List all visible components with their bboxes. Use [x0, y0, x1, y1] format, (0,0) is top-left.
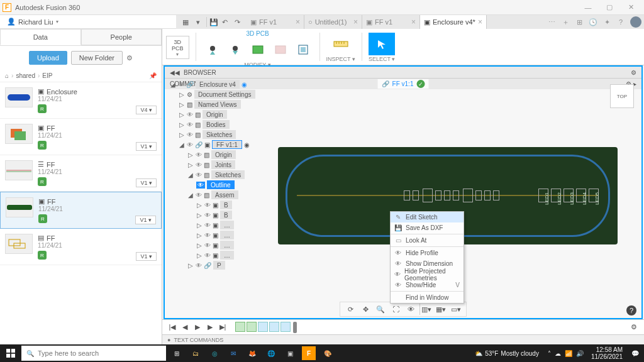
grid-icon[interactable]: ▦▾ — [435, 304, 447, 315]
volume-icon[interactable]: 🔊 — [576, 350, 584, 357]
explorer-icon[interactable]: 🗂 — [186, 344, 205, 362]
paint-icon[interactable]: 🎨 — [318, 344, 337, 362]
notifications-icon[interactable]: 🕓 — [586, 16, 600, 28]
mail-icon[interactable]: ✉ — [224, 344, 243, 362]
timeline-fwd-icon[interactable]: ▶ — [205, 322, 215, 332]
viewport-icon[interactable]: ▭▾ — [450, 304, 462, 315]
orbit-icon[interactable]: ⟳ — [344, 304, 357, 315]
version-dropdown[interactable]: V1 ▾ — [136, 178, 157, 187]
look-icon[interactable]: 👁 — [404, 304, 417, 315]
open-icon[interactable]: ▾ — [192, 17, 204, 27]
help-icon[interactable]: ? — [614, 16, 628, 28]
collapse-browser-icon[interactable]: ◀◀ — [170, 69, 180, 76]
task-view-icon[interactable]: ⊞ — [167, 344, 186, 362]
timeline-feature[interactable] — [235, 322, 245, 332]
tree-assem[interactable]: Assem — [211, 190, 238, 199]
select-tool[interactable] — [369, 33, 395, 55]
version-dropdown[interactable]: V1 ▾ — [135, 216, 156, 224]
tree-outline[interactable]: Outline — [207, 180, 235, 189]
new-tab-icon[interactable]: ＋ — [558, 16, 572, 28]
fusion-icon[interactable]: F — [302, 346, 316, 360]
save-icon[interactable]: 💾 — [206, 17, 218, 27]
tree-item[interactable]: … — [220, 241, 234, 250]
redo-icon[interactable]: ↷ — [231, 17, 243, 27]
tree-named-views[interactable]: Named Views — [194, 100, 241, 109]
push-from-2d-icon[interactable] — [225, 38, 245, 61]
firefox-icon[interactable]: 🦊 — [243, 344, 262, 362]
tree-item[interactable]: B — [220, 211, 232, 219]
tree-item[interactable]: … — [220, 251, 234, 260]
tray-up-icon[interactable]: ˄ — [548, 350, 551, 357]
search-input[interactable] — [38, 349, 161, 357]
edge-icon[interactable]: ◎ — [205, 344, 224, 362]
tree-ff-joints[interactable]: Joints — [211, 160, 235, 169]
breadcrumb-eip[interactable]: EIP — [42, 72, 52, 79]
project-item[interactable]: ▣FF 11/24/21 R V1 ▾ — [0, 119, 162, 155]
tree-ff[interactable]: FF v1:1 — [212, 140, 242, 149]
system-tray[interactable]: ˄ ☁ 📶 🔊 — [544, 350, 587, 357]
display-icon[interactable]: ▥▾ — [419, 304, 432, 315]
breadcrumb-shared[interactable]: shared — [16, 72, 35, 79]
ctx-save-dxf[interactable]: 💾Save As DXF — [391, 222, 464, 233]
ctx-look-at[interactable]: ▭Look At — [391, 235, 464, 246]
tree-bodies[interactable]: Bodies — [203, 120, 230, 129]
upload-button[interactable]: Upload — [29, 51, 67, 65]
tree-root[interactable]: Enclosure v4 — [196, 80, 240, 89]
timeline-settings-icon[interactable]: ⚙ — [629, 322, 639, 332]
browser-settings-icon[interactable]: ⚙ — [631, 69, 636, 76]
version-dropdown[interactable]: V1 ▾ — [136, 142, 157, 151]
timeline-end-icon[interactable]: ▶| — [218, 322, 228, 332]
project-item[interactable]: ▤FF 11/24/21 R V1 ▾ — [0, 229, 162, 265]
close-button[interactable]: ✕ — [620, 1, 641, 14]
visibility-icon[interactable]: 👁 — [178, 81, 184, 88]
view-cube[interactable]: TOP — [610, 84, 634, 108]
copper-icon[interactable] — [270, 38, 291, 61]
tab-enclosure[interactable]: ▣Enclosure v4*× — [420, 15, 487, 29]
taskbar-search[interactable]: 🔍 — [21, 346, 166, 361]
avatar[interactable] — [630, 16, 641, 28]
pin-icon[interactable]: 📌 — [149, 72, 157, 79]
collapse-icon[interactable]: ◢ — [170, 81, 176, 88]
push-to-2d-icon[interactable] — [203, 38, 223, 61]
gear-icon[interactable]: ⚙ — [126, 54, 133, 62]
workspace-picker[interactable]: 3D PCB ▾ — [166, 36, 189, 59]
tree-doc-settings[interactable]: Document Settings — [194, 90, 255, 99]
ctx-show-hide[interactable]: 👁Show/HideV — [391, 280, 464, 290]
timeline-feature[interactable] — [280, 322, 291, 332]
timeline-marker[interactable] — [293, 322, 297, 333]
weather-widget[interactable]: ⛅ 53°F Mostly cloudy — [470, 350, 544, 357]
tab-people[interactable]: People — [81, 29, 162, 45]
extensions-icon[interactable]: ⊞ — [572, 16, 586, 28]
tab-close-icon[interactable]: × — [353, 18, 358, 26]
ctx-edit-sketch[interactable]: ✎Edit Sketch — [391, 212, 464, 222]
help-badge[interactable]: ? — [626, 305, 636, 315]
new-folder-button[interactable]: New Folder — [71, 51, 123, 65]
tree-item[interactable]: P — [213, 261, 225, 270]
grid-apps-icon[interactable]: ▦ — [180, 17, 191, 27]
fit-icon[interactable]: ⛶ — [389, 304, 402, 315]
start-button[interactable] — [0, 344, 21, 362]
sync-icon[interactable]: ◉ — [242, 81, 247, 88]
tree-item[interactable]: … — [220, 231, 234, 239]
chrome-icon[interactable]: 🌐 — [262, 344, 280, 362]
project-item[interactable]: ▣FF 11/24/21 R V1 ▾ — [0, 192, 162, 229]
pan-icon[interactable]: ✥ — [359, 304, 372, 315]
measure-icon[interactable] — [328, 33, 354, 55]
tab-untitled[interactable]: ○Untitled(1)× — [304, 15, 362, 29]
timeline-feature[interactable] — [269, 322, 279, 332]
project-item[interactable]: ▣Enclosure 11/24/21 R V4 ▾ — [0, 82, 162, 119]
tab-close-icon[interactable]: × — [478, 18, 482, 26]
tree-item[interactable]: … — [220, 221, 234, 229]
timeline-start-icon[interactable]: |◀ — [167, 322, 177, 332]
tree-ff-origin[interactable]: Origin — [211, 150, 236, 159]
ctx-find-in-window[interactable]: Find in Window — [391, 292, 464, 303]
tree-item[interactable]: B — [220, 200, 232, 209]
tree-ff-sketches[interactable]: Sketches — [211, 170, 245, 179]
tree-sketches[interactable]: Sketches — [203, 130, 236, 139]
user-menu[interactable]: 👤 Richard Liu ▾ — [0, 17, 65, 26]
timeline-back-icon[interactable]: ◀ — [180, 322, 190, 332]
active-component-chip[interactable]: 🔗 FF v1:1 ✓ — [378, 79, 429, 89]
tab-close-icon[interactable]: × — [411, 18, 416, 26]
text-commands-bar[interactable]: ● TEXT COMMANDS — [162, 334, 644, 344]
wifi-icon[interactable]: 📶 — [565, 350, 572, 357]
